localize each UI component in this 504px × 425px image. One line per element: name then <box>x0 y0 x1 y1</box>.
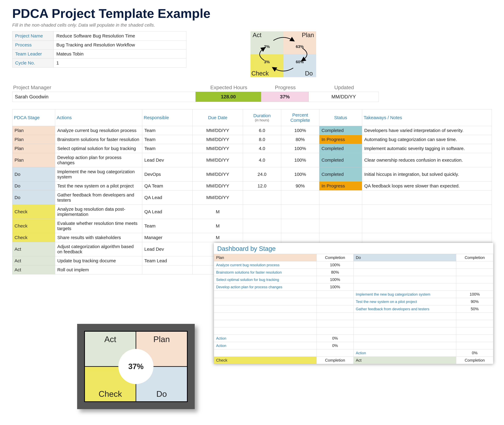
info-value[interactable]: Mateus Tobin <box>54 49 186 59</box>
cell-percent[interactable]: 100% <box>281 126 319 135</box>
cell-responsible[interactable]: QA Lead <box>142 191 193 205</box>
cell-notes[interactable] <box>362 219 492 233</box>
cell-status[interactable]: Completed <box>319 167 362 181</box>
cell-notes[interactable]: Developers have varied interpretation of… <box>362 126 492 135</box>
cell-responsible[interactable]: Lead Dev <box>142 153 193 167</box>
cell-action[interactable]: Analyze current bug resolution process <box>55 126 142 135</box>
dash-plan-action[interactable]: Brainstorm solutions for faster resoluti… <box>214 269 317 276</box>
quad-plan-cell: Plan 63% <box>283 31 316 54</box>
cell-due[interactable]: MM/DD/YY <box>193 135 243 144</box>
info-label: Process <box>12 40 54 49</box>
pm-updated-value[interactable]: MM/DD/YY <box>308 92 379 102</box>
cell-due[interactable]: MM/DD/YY <box>193 167 243 181</box>
cell-responsible[interactable]: DevOps <box>142 167 193 181</box>
dash-plan-action[interactable]: Analyze current bug resolution process <box>214 261 317 269</box>
cell-notes[interactable]: Implement automatic severity tagging in … <box>362 144 492 153</box>
cell-due[interactable]: M <box>193 205 243 219</box>
cell-due[interactable]: MM/DD/YY <box>193 153 243 167</box>
cell-action[interactable]: Implement the new bug categorization sys… <box>55 167 142 181</box>
cell-action[interactable]: Update bug tracking docume <box>55 256 142 265</box>
cell-percent[interactable]: 100% <box>281 144 319 153</box>
dash-plan-action[interactable]: Select optimal solution for bug tracking <box>214 276 317 281</box>
cell-status[interactable] <box>319 205 362 219</box>
cell-due[interactable]: M <box>193 233 243 242</box>
cell-stage: Do <box>12 181 55 191</box>
cell-due[interactable]: MM/DD/YY <box>193 181 243 191</box>
dashboard-inset: Dashboard by Stage Plan Completion Do Co… <box>214 243 493 280</box>
info-value[interactable]: Bug Tracking and Resolution Workflow <box>54 40 186 49</box>
cell-action[interactable]: Brainstorm solutions for faster resoluti… <box>55 135 142 144</box>
cell-responsible[interactable]: Team <box>142 135 193 144</box>
cell-duration[interactable]: 4.0 <box>243 153 281 167</box>
cell-action[interactable]: Analyze bug resolution data post-impleme… <box>55 205 142 219</box>
cell-percent[interactable]: 100% <box>281 167 319 181</box>
cell-notes[interactable]: QA feedback loops were slower than expec… <box>362 181 492 191</box>
cell-action[interactable]: Adjust categorization algorithm based on… <box>55 242 142 256</box>
cell-action[interactable]: Test the new system on a pilot project <box>55 181 142 191</box>
cell-due[interactable]: M <box>193 219 243 233</box>
cell-duration[interactable]: 8.0 <box>243 135 281 144</box>
cell-status[interactable] <box>319 219 362 233</box>
cell-duration[interactable] <box>243 233 281 242</box>
info-value[interactable]: Reduce Software Bug Resolution Time <box>54 32 186 40</box>
cell-stage: Act <box>12 242 55 256</box>
cell-notes[interactable] <box>362 233 492 242</box>
dash-plan-comp: 100% <box>316 261 353 269</box>
cell-action[interactable]: Select optimal solution for bug tracking <box>55 144 142 153</box>
quad-do-cell: 60% Do <box>283 54 316 77</box>
cell-status[interactable]: Completed <box>319 126 362 135</box>
cell-responsible[interactable] <box>142 265 193 274</box>
cell-percent[interactable]: 90% <box>281 181 319 191</box>
dash-row: Brainstorm solutions for faster resoluti… <box>214 269 493 276</box>
cell-responsible[interactable]: Team <box>142 144 193 153</box>
dash-do-action[interactable] <box>353 269 456 276</box>
cell-duration[interactable]: 6.0 <box>243 126 281 135</box>
cell-responsible[interactable]: QA Team <box>142 181 193 191</box>
cell-due[interactable]: MM/DD/YY <box>193 191 243 205</box>
cell-duration[interactable]: 24.0 <box>243 167 281 181</box>
cell-percent[interactable] <box>281 219 319 233</box>
cell-status[interactable]: In Progress <box>319 181 362 191</box>
cell-action[interactable]: Evaluate whether resolution time meets t… <box>55 219 142 233</box>
cell-duration[interactable] <box>243 191 281 205</box>
pm-manager-value[interactable]: Sarah Goodwin <box>12 92 196 102</box>
cell-status[interactable] <box>319 233 362 242</box>
cell-status[interactable]: Completed <box>319 144 362 153</box>
cell-stage: Check <box>12 233 55 242</box>
cell-action[interactable]: Gather feedback from developers and test… <box>55 191 142 205</box>
cell-responsible[interactable]: Lead Dev <box>142 242 193 256</box>
cell-notes[interactable]: Initial hiccups in integration, but solv… <box>362 167 492 181</box>
cell-responsible[interactable]: Manager <box>142 233 193 242</box>
cell-duration[interactable] <box>243 219 281 233</box>
cell-notes[interactable] <box>362 191 492 205</box>
cell-responsible[interactable]: Team <box>142 219 193 233</box>
cell-due[interactable]: MM/DD/YY <box>193 144 243 153</box>
cell-duration[interactable]: 12.0 <box>243 181 281 191</box>
dash-do-action[interactable] <box>353 261 456 269</box>
cell-responsible[interactable]: Team Lead <box>142 256 193 265</box>
cell-notes[interactable]: Automating bug categorization can save t… <box>362 135 492 144</box>
cell-action[interactable]: Share results with stakeholders <box>55 233 142 242</box>
cell-percent[interactable] <box>281 233 319 242</box>
cell-percent[interactable]: 100% <box>281 153 319 167</box>
cell-notes[interactable] <box>362 205 492 219</box>
cell-action[interactable]: Develop action plan for process changes <box>55 153 142 167</box>
cell-percent[interactable]: 80% <box>281 135 319 144</box>
cell-percent[interactable] <box>281 205 319 219</box>
cell-percent[interactable] <box>281 191 319 205</box>
dash-do-action[interactable] <box>353 276 456 281</box>
cell-notes[interactable]: Clear ownership reduces confusion in exe… <box>362 153 492 167</box>
cell-duration[interactable] <box>243 205 281 219</box>
cell-action[interactable]: Roll out implem <box>55 265 142 274</box>
info-value[interactable]: 1 <box>54 59 186 67</box>
cell-responsible[interactable]: QA Lead <box>142 205 193 219</box>
cell-duration[interactable]: 4.0 <box>243 144 281 153</box>
table-row: DoTest the new system on a pilot project… <box>12 181 492 191</box>
quad-check-cell: 3% Check <box>250 54 283 77</box>
cell-status[interactable]: In Progress <box>319 135 362 144</box>
cell-responsible[interactable]: Team <box>142 126 193 135</box>
pm-bar: Project Manager Expected Hours Progress … <box>12 85 379 102</box>
cell-due[interactable]: MM/DD/YY <box>193 126 243 135</box>
cell-status[interactable] <box>319 191 362 205</box>
cell-status[interactable]: Completed <box>319 153 362 167</box>
